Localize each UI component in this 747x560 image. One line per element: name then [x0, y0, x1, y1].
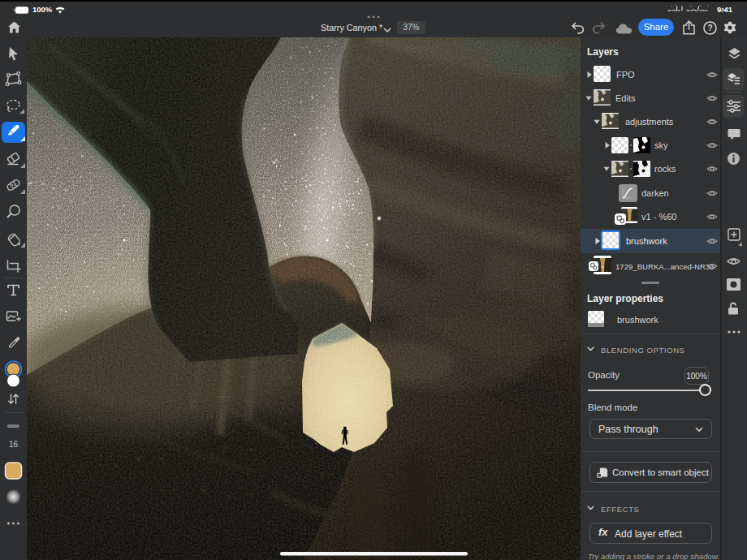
svg-text:9:41: 9:41 — [717, 5, 733, 14]
svg-text:?: ? — [707, 24, 712, 32]
svg-text:16: 16 — [9, 440, 19, 449]
